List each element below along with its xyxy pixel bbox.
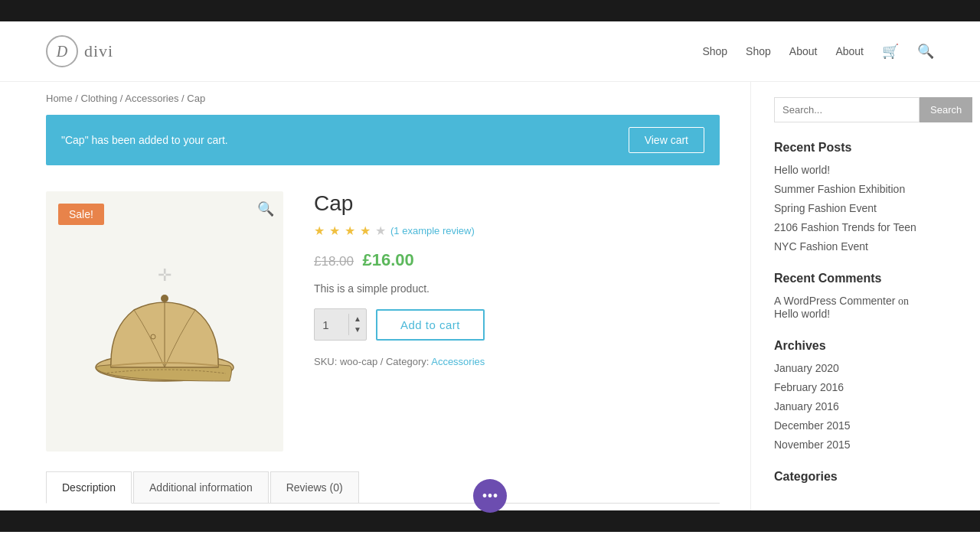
add-to-cart-row: ▲ ▼ Add to cart: [314, 308, 720, 341]
list-item: A WordPress Commenter on Hello world!: [774, 295, 934, 321]
qty-up-button[interactable]: ▲: [349, 314, 366, 324]
list-item: December 2015: [774, 419, 934, 432]
product-title: Cap: [314, 191, 720, 216]
bottom-bar: [0, 510, 980, 532]
product-section: Sale! 🔍 ✛: [46, 184, 720, 459]
review-link[interactable]: (1 example review): [390, 225, 475, 236]
star-1: ★: [314, 223, 325, 238]
list-item: NYC Fashion Event: [774, 240, 934, 253]
list-item: Summer Fashion Exhibition: [774, 183, 934, 196]
list-item: 2106 Fashion Trends for Teen: [774, 221, 934, 234]
top-bar: [0, 0, 980, 21]
product-category[interactable]: Accessories: [431, 356, 485, 367]
fab-button[interactable]: •••: [473, 479, 507, 513]
logo-text: divi: [84, 41, 113, 61]
product-details: Cap ★ ★ ★ ★ ★ (1 example review) £18.00 …: [314, 191, 720, 452]
list-item: November 2015: [774, 439, 934, 452]
search-input[interactable]: [774, 97, 920, 122]
archives-list: January 2020 February 2016 January 2016 …: [774, 362, 934, 452]
recent-posts-list: Hello world! Summer Fashion Exhibition S…: [774, 164, 934, 253]
breadcrumb: Home / Clothing / Accessories / Cap: [46, 82, 720, 115]
svg-point-1: [161, 295, 168, 302]
nav-shop-1[interactable]: Shop: [702, 45, 727, 57]
archives-section: Archives January 2020 February 2016 Janu…: [774, 339, 934, 452]
zoom-icon[interactable]: 🔍: [257, 201, 274, 217]
star-5: ★: [375, 223, 386, 238]
original-price: £18.00: [314, 254, 354, 269]
nav-about-1[interactable]: About: [789, 45, 818, 57]
categories-section: Categories: [774, 470, 934, 484]
logo-circle: D: [46, 35, 78, 67]
product-sku: woo-cap: [340, 356, 377, 367]
cart-icon[interactable]: 🛒: [882, 43, 899, 60]
quantity-input[interactable]: [315, 309, 348, 340]
recent-posts-section: Recent Posts Hello world! Summer Fashion…: [774, 141, 934, 253]
add-to-cart-button[interactable]: Add to cart: [376, 309, 485, 341]
list-item: January 2020: [774, 362, 934, 375]
main-nav: Shop Shop About About 🛒 🔍: [702, 43, 934, 60]
search-form: Search: [774, 97, 934, 122]
categories-title: Categories: [774, 470, 934, 484]
star-3: ★: [345, 223, 355, 238]
view-cart-button[interactable]: View cart: [629, 127, 704, 153]
product-meta: SKU: woo-cap / Category: Accessories: [314, 356, 720, 367]
sale-badge: Sale!: [58, 204, 104, 225]
tab-description[interactable]: Description: [46, 471, 132, 504]
notification-bar: "Cap" has been added to your cart. View …: [46, 115, 720, 165]
search-icon[interactable]: 🔍: [917, 43, 934, 60]
list-item: Hello world!: [774, 164, 934, 177]
recent-posts-title: Recent Posts: [774, 141, 934, 155]
list-item: January 2016: [774, 400, 934, 413]
main-content: Home / Clothing / Accessories / Cap "Cap…: [46, 82, 750, 510]
recent-comments-title: Recent Comments: [774, 272, 934, 285]
nav-shop-2[interactable]: Shop: [746, 45, 771, 57]
archives-title: Archives: [774, 339, 934, 353]
qty-down-button[interactable]: ▼: [349, 324, 366, 335]
header: D divi Shop Shop About About 🛒 🔍: [0, 21, 980, 82]
quantity-buttons: ▲ ▼: [348, 314, 366, 335]
list-item: February 2016: [774, 381, 934, 394]
logo[interactable]: D divi: [46, 35, 113, 67]
star-4: ★: [360, 223, 371, 238]
tab-additional-info[interactable]: Additional information: [133, 471, 269, 503]
notification-message: "Cap" has been added to your cart.: [61, 134, 228, 146]
sidebar: Search Recent Posts Hello world! Summer …: [750, 82, 934, 510]
list-item: Spring Fashion Event: [774, 202, 934, 215]
star-2: ★: [329, 223, 340, 238]
product-description: This is a simple product.: [314, 282, 720, 295]
product-tabs: Description Additional information Revie…: [46, 471, 720, 504]
nav-about-2[interactable]: About: [835, 45, 864, 57]
tab-reviews[interactable]: Reviews (0): [270, 471, 359, 503]
product-image-wrap: Sale! 🔍 ✛: [46, 191, 283, 452]
product-image: [80, 253, 249, 390]
search-button[interactable]: Search: [920, 97, 972, 122]
fab-icon: •••: [482, 487, 498, 505]
sale-price: £16.00: [363, 250, 414, 269]
quantity-wrap: ▲ ▼: [314, 308, 367, 341]
recent-comments-list: A WordPress Commenter on Hello world!: [774, 295, 934, 321]
recent-comments-section: Recent Comments A WordPress Commenter on…: [774, 272, 934, 321]
product-rating: ★ ★ ★ ★ ★ (1 example review): [314, 223, 720, 238]
product-price: £18.00 £16.00: [314, 250, 720, 270]
